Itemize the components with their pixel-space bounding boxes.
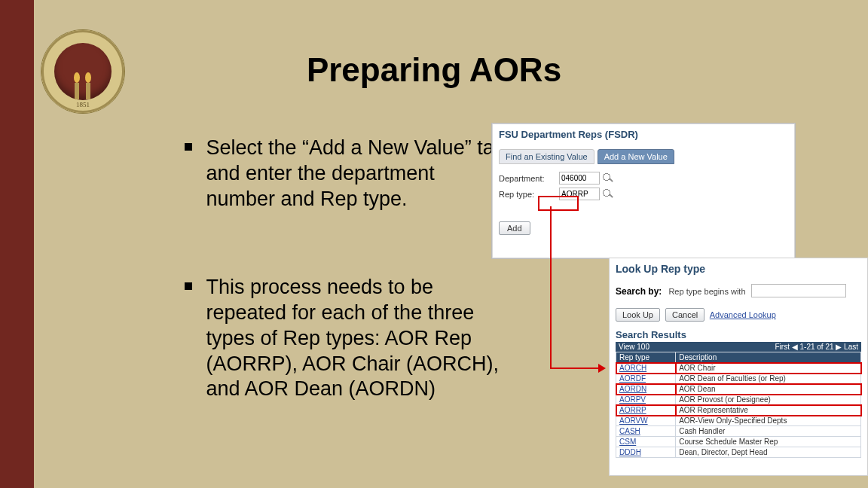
cancel-button[interactable]: Cancel [665,308,704,322]
bullet-text: This process needs to be repeated for ea… [206,275,507,402]
advanced-lookup-link[interactable]: Advanced Lookup [710,310,776,319]
reptype-code[interactable]: AORDN [616,384,676,395]
screenshot-add-new-value: FSU Department Reps (FSDR) Find an Exist… [492,124,795,258]
connector-line [550,368,600,369]
reptype-code[interactable]: CSM [616,437,676,447]
table-row[interactable]: CASHCash Handler [616,426,861,437]
lookup-icon[interactable] [603,189,613,200]
lookup-icon[interactable] [603,173,613,184]
search-results-header: Search Results [616,329,861,340]
results-table: Rep type Description AORCHAOR ChairAORDF… [616,352,861,458]
department-label: Department: [499,174,556,183]
lookup-header: Look Up Rep type [616,263,861,275]
bullet-text: Select the “Add a New Value” tab and ent… [206,136,507,212]
tab-find-existing[interactable]: Find an Existing Value [499,149,594,164]
reptype-code[interactable]: DDDH [616,447,676,458]
search-by-label: Search by: [616,286,662,297]
search-field-label: Rep type [668,287,701,296]
top-bar [0,0,868,27]
reptype-description: AOR-View Only-Specified Depts [676,416,861,426]
table-row[interactable]: AORDNAOR Dean [616,384,861,395]
department-input[interactable] [559,172,600,185]
reptype-code[interactable]: AORCH [616,363,676,374]
lookup-button[interactable]: Look Up [616,308,660,322]
connector-line [550,206,552,369]
screenshot-lookup-reptype: Look Up Rep type Search by: Rep type beg… [609,258,868,476]
reptype-code[interactable]: CASH [616,426,676,437]
table-row[interactable]: AORRPAOR Representative [616,405,861,416]
table-row[interactable]: AORCHAOR Chair [616,363,861,374]
table-row[interactable]: DDDHDean, Director, Dept Head [616,447,861,458]
reptype-description: AOR Chair [676,363,861,374]
reptype-code[interactable]: AORRP [616,405,676,416]
bullet-list: Select the “Add a New Value” tab and ent… [154,136,516,428]
pager-view[interactable]: View 100 [619,343,649,351]
seal-year: 1851 [41,101,124,108]
table-row[interactable]: AORDFAOR Dean of Faculties (or Rep) [616,374,861,384]
reptype-code[interactable]: AORPV [616,395,676,405]
search-input[interactable] [751,284,846,297]
tab-add-new-value[interactable]: Add a New Value [598,149,674,164]
reptype-description: Dean, Director, Dept Head [676,447,861,458]
add-button[interactable]: Add [499,221,530,235]
bullet-icon [185,143,192,151]
reptype-description: Cash Handler [676,426,861,437]
col-header-reptype[interactable]: Rep type [616,352,676,363]
reptype-description: AOR Dean [676,384,861,395]
reptype-description: AOR Representative [676,405,861,416]
table-row[interactable]: AORPVAOR Provost (or Designee) [616,395,861,405]
slide-title: Preparing AORs [0,51,868,89]
panel-header: FSU Department Reps (FSDR) [499,129,788,140]
reptype-code[interactable]: AORDF [616,374,676,384]
arrow-icon [598,364,606,373]
col-header-description[interactable]: Description [676,352,861,363]
table-row[interactable]: CSMCourse Schedule Master Rep [616,437,861,447]
pager-range[interactable]: First ◀ 1-21 of 21 ▶ Last [775,343,859,351]
reptype-description: Course Schedule Master Rep [676,437,861,447]
reptype-code[interactable]: AORVW [616,416,676,426]
begins-with-label: begins with [704,287,746,296]
results-pager: View 100 First ◀ 1-21 of 21 ▶ Last [616,342,861,352]
highlight-box [538,196,579,211]
table-row[interactable]: AORVWAOR-View Only-Specified Depts [616,416,861,426]
bullet-icon [185,282,192,290]
reptype-description: AOR Dean of Faculties (or Rep) [676,374,861,384]
reptype-description: AOR Provost (or Designee) [676,395,861,405]
